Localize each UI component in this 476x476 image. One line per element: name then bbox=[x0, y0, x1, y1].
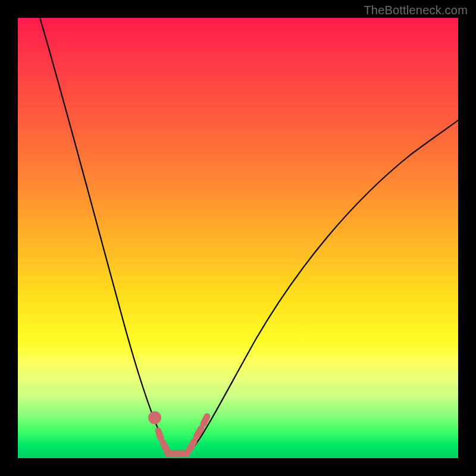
svg-line-4 bbox=[189, 441, 194, 450]
chart-svg bbox=[18, 18, 458, 458]
svg-line-1 bbox=[158, 431, 161, 438]
svg-line-5 bbox=[196, 428, 201, 437]
svg-line-6 bbox=[203, 416, 207, 424]
valley-markers bbox=[152, 415, 208, 454]
svg-line-2 bbox=[163, 443, 167, 450]
svg-point-0 bbox=[152, 415, 158, 421]
watermark-text: TheBottleneck.com bbox=[364, 4, 468, 17]
bottleneck-curve bbox=[40, 18, 458, 456]
chart-frame: TheBottleneck.com bbox=[0, 0, 476, 476]
